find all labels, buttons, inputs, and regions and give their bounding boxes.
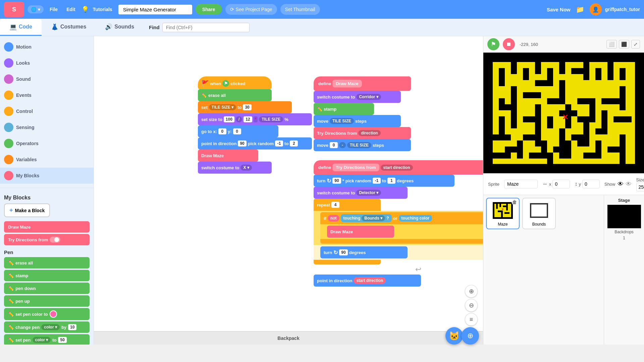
- costume-x-dropdown[interactable]: X ▾: [240, 165, 252, 171]
- tile-size-move2[interactable]: TILE SIZE: [347, 142, 371, 148]
- category-operators[interactable]: Operators: [0, 135, 94, 152]
- move-val[interactable]: 0: [330, 142, 338, 148]
- size-val1[interactable]: 100: [224, 116, 234, 122]
- category-looks[interactable]: Looks: [0, 55, 94, 71]
- define-draw-maze[interactable]: define Draw Maze: [314, 76, 411, 91]
- pen-down[interactable]: ✏️ pen down: [4, 283, 90, 294]
- set-thumbnail-button[interactable]: Set Thumbnail: [280, 4, 320, 15]
- fullscreen-button[interactable]: ⤢: [631, 40, 640, 49]
- username-label[interactable]: griffpatch_tutor: [605, 7, 640, 12]
- set-color-value[interactable]: 50: [58, 337, 66, 343]
- goto-x[interactable]: 0: [218, 128, 226, 134]
- share-button[interactable]: Share: [196, 4, 222, 15]
- costume-corridor-block[interactable]: switch costume to Corridor ▾: [314, 91, 401, 103]
- user-avatar[interactable]: 👤: [590, 3, 602, 15]
- erase-all-block[interactable]: ✏️ erase all: [198, 89, 272, 101]
- folder-icon[interactable]: 📁: [574, 4, 586, 15]
- save-now-button[interactable]: Save Now: [547, 7, 571, 12]
- tutorials-link[interactable]: 💡 Tutorials: [82, 5, 115, 13]
- turn-random-block[interactable]: turn ↻ 90 * pick random -1 to 1 degrees: [314, 175, 454, 187]
- sprite-delete-maze[interactable]: 🗑: [512, 199, 518, 205]
- pen-set-color-val[interactable]: ✏️ set pen color ▾ to 50: [4, 334, 90, 345]
- try-directions-call-1[interactable]: Try Directions from direction: [314, 127, 411, 139]
- point-direction-block[interactable]: point in direction 90 pick random -1 to …: [198, 137, 312, 149]
- backpack-bar[interactable]: Backpack: [94, 331, 483, 345]
- scratch-logo[interactable]: S: [4, 2, 24, 17]
- project-title-input[interactable]: [118, 5, 192, 14]
- when-flag-block[interactable]: 🚩 when ⚑ clicked: [198, 76, 272, 89]
- stage-thumb[interactable]: [607, 205, 641, 228]
- stop-button[interactable]: ⏹: [503, 38, 515, 50]
- large-stage-button[interactable]: ⬛: [619, 40, 629, 49]
- touching-dropdown1[interactable]: Bounds ▾: [362, 215, 385, 221]
- pen-set-color[interactable]: ✏️ set pen color to: [4, 308, 90, 320]
- pen-stamp[interactable]: ✏️ stamp: [4, 270, 90, 281]
- draw-maze-inner-call[interactable]: Draw Maze: [327, 226, 394, 238]
- add-sprite-cat-button[interactable]: 🐱: [445, 327, 463, 345]
- size-input[interactable]: [636, 183, 644, 191]
- size-val2[interactable]: 12: [244, 116, 252, 122]
- category-variables[interactable]: Variables: [0, 152, 94, 168]
- stamp-block-1[interactable]: ✏️ stamp: [314, 103, 374, 115]
- tile-size-value[interactable]: 30: [243, 104, 251, 110]
- set-color-dropdown[interactable]: color ▾: [33, 337, 51, 343]
- tab-sounds[interactable]: 🔊 Sounds: [96, 19, 144, 36]
- pen-change-color[interactable]: ✏️ change pen color ▾ by 10: [4, 321, 90, 333]
- set-tile-size-block[interactable]: set TILE SIZE ▾ to 30: [198, 101, 292, 113]
- turn-random-min[interactable]: -1: [373, 178, 381, 184]
- sprite-item-bounds[interactable]: Bounds: [522, 198, 556, 229]
- detector-dropdown[interactable]: Detector ▾: [356, 190, 381, 196]
- category-sound[interactable]: Sound: [0, 71, 94, 87]
- pen-erase-all[interactable]: ✏️ erase all: [4, 257, 90, 268]
- repeat-count[interactable]: 4: [331, 202, 339, 208]
- if-block[interactable]: if not touching Bounds ▾ ? or touching c…: [320, 212, 483, 224]
- tile-size-var-dropdown[interactable]: TILE SIZE ▾: [209, 104, 236, 110]
- show-eye-icon[interactable]: 👁: [618, 181, 624, 188]
- globe-button[interactable]: 🌐 ▾: [28, 5, 44, 13]
- y-input[interactable]: [582, 180, 600, 188]
- make-block-button[interactable]: + Make a Block: [4, 203, 50, 217]
- switch-costume-block[interactable]: switch costume to X ▾: [198, 162, 272, 174]
- find-input[interactable]: [162, 23, 250, 32]
- turn-90-block[interactable]: turn ↻ 90 degrees: [320, 246, 408, 258]
- go-to-xy-block[interactable]: go to x: 0 y: 0: [198, 125, 278, 137]
- draw-maze-block[interactable]: Draw Maze: [4, 221, 90, 233]
- zoom-fit-button[interactable]: ≡: [465, 313, 478, 326]
- direction-val[interactable]: 90: [238, 140, 246, 146]
- add-extension-button[interactable]: ⊕: [462, 327, 479, 345]
- sprite-item-maze[interactable]: 🗑: [486, 198, 520, 229]
- try-directions-block[interactable]: Try Directions from: [4, 234, 90, 245]
- draw-maze-call[interactable]: Draw Maze: [198, 149, 258, 162]
- random-min[interactable]: -1: [275, 140, 283, 146]
- color-dropdown[interactable]: color ▾: [41, 324, 60, 330]
- corridor-dropdown[interactable]: Corridor ▾: [356, 94, 381, 100]
- costume-detector-block[interactable]: switch costume to Detector ▾: [314, 187, 408, 199]
- small-stage-button[interactable]: ⬜: [606, 40, 617, 49]
- zoom-in-button[interactable]: ⊕: [465, 285, 478, 298]
- tab-code[interactable]: 💻 Code: [0, 19, 42, 36]
- file-menu[interactable]: File: [47, 5, 60, 13]
- category-control[interactable]: Control: [0, 103, 94, 119]
- category-myblocks[interactable]: My Blocks: [0, 168, 94, 184]
- category-motion[interactable]: Motion: [0, 39, 94, 55]
- category-events[interactable]: Events: [0, 87, 94, 103]
- change-color-value[interactable]: 10: [68, 324, 76, 330]
- toggle-switch[interactable]: [50, 237, 60, 243]
- turn-random-max[interactable]: 1: [387, 178, 395, 184]
- edit-menu[interactable]: Edit: [64, 5, 78, 13]
- tile-size-move1[interactable]: TILE SIZE: [330, 118, 354, 124]
- turn-degrees[interactable]: 90: [332, 178, 341, 184]
- pen-up[interactable]: ✏️ pen up: [4, 295, 90, 307]
- tile-size-ref[interactable]: TILE SIZE: [259, 116, 283, 122]
- hide-eye-icon[interactable]: 👁: [626, 181, 632, 188]
- zoom-out-button[interactable]: ⊖: [465, 299, 478, 312]
- turn-90-val[interactable]: 90: [339, 249, 347, 255]
- sprite-name-input[interactable]: [504, 180, 538, 188]
- tab-costumes[interactable]: 👗 Costumes: [42, 19, 96, 36]
- see-project-button[interactable]: ⟳See Project Page: [225, 4, 277, 15]
- move-tile-size-2[interactable]: move 0 - TILE SIZE steps: [314, 139, 411, 151]
- category-sensing[interactable]: Sensing: [0, 119, 94, 135]
- define-try-directions[interactable]: define Try Directions from start directi…: [314, 160, 483, 175]
- point-start-dir-block[interactable]: point in direction start direction: [314, 275, 421, 287]
- move-tile-size-1[interactable]: move TILE SIZE steps: [314, 115, 401, 127]
